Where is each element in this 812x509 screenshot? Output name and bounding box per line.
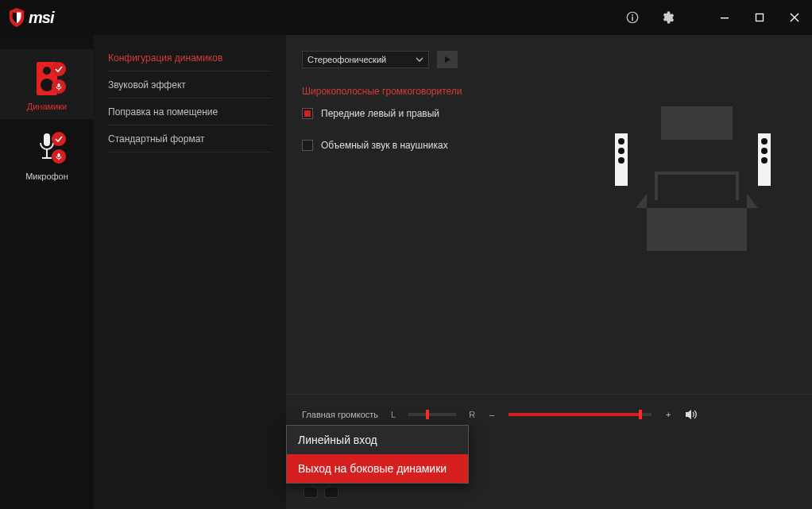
svg-rect-10 <box>44 133 50 146</box>
svg-rect-2 <box>632 17 633 21</box>
check-badge-icon <box>52 62 66 76</box>
svg-rect-12 <box>42 157 52 159</box>
left-speaker-shape <box>615 133 628 186</box>
front-lr-checkbox[interactable] <box>302 108 313 119</box>
front-lr-label: Передние левый и правый <box>321 108 439 119</box>
speaker-volume-icon <box>685 409 698 420</box>
mute-button[interactable] <box>685 409 698 420</box>
shield-icon <box>8 7 25 28</box>
chevron-down-icon <box>416 56 423 64</box>
popup-item-side-speakers[interactable]: Выход на боковые динамики <box>287 454 468 483</box>
balance-left-label: L <box>391 410 396 419</box>
svg-rect-11 <box>46 149 48 157</box>
titlebar: msi <box>0 0 812 35</box>
volume-footer: Главная громкость L R – + <box>286 394 812 509</box>
speaker-mode-value: Стереофонический <box>307 55 386 64</box>
device-sidebar: Динамики Микрофон <box>0 35 94 509</box>
right-speaker-shape <box>758 133 771 186</box>
headphone-surround-label: Объемный звук в наушниках <box>321 140 448 151</box>
mini-device-icon[interactable] <box>304 487 318 498</box>
main-volume-label: Главная громкость <box>302 410 378 419</box>
mic-badge-icon <box>52 149 66 164</box>
settings-button[interactable] <box>650 0 685 35</box>
brand-logo: msi <box>8 7 53 28</box>
close-icon <box>790 13 799 22</box>
svg-rect-13 <box>58 153 60 157</box>
device-mini-icons <box>304 487 338 498</box>
speaker-mode-select[interactable]: Стереофонический <box>302 51 429 68</box>
close-button[interactable] <box>777 3 812 32</box>
desk-shape <box>647 208 747 251</box>
brand-text: msi <box>29 9 53 27</box>
settings-nav: Конфигурация динамиков Звуковой эффект П… <box>94 35 286 509</box>
titlebar-actions <box>615 0 812 35</box>
popup-item-line-in[interactable]: Линейный вход <box>287 426 468 454</box>
volume-plus-label: + <box>664 410 672 419</box>
headphone-surround-checkbox[interactable] <box>302 140 313 151</box>
speaker-layout-diagram <box>605 106 780 281</box>
volume-slider[interactable] <box>508 413 652 416</box>
app-window: msi <box>0 0 812 509</box>
nav-speaker-config[interactable]: Конфигурация динамиков <box>108 44 272 71</box>
svg-rect-8 <box>58 83 60 87</box>
balance-slider[interactable] <box>408 413 456 416</box>
svg-point-1 <box>632 14 633 16</box>
minimize-icon <box>720 13 729 22</box>
test-play-button[interactable] <box>437 51 458 68</box>
mini-device-icon[interactable] <box>324 487 338 498</box>
svg-rect-3 <box>721 17 729 18</box>
volume-minus-label: – <box>488 410 496 419</box>
info-icon <box>625 10 640 25</box>
nav-room-correction[interactable]: Поправка на помещение <box>108 98 272 125</box>
check-badge-icon <box>52 132 66 146</box>
svg-rect-4 <box>756 14 764 21</box>
device-speakers[interactable]: Динамики <box>0 49 94 119</box>
info-button[interactable] <box>615 0 650 35</box>
svg-rect-14 <box>59 159 60 160</box>
svg-point-6 <box>43 67 51 75</box>
nav-default-format[interactable]: Стандартный формат <box>108 125 272 152</box>
output-popup-menu: Линейный вход Выход на боковые динамики <box>286 425 469 484</box>
main-panel: Стереофонический Широкополосные громкого… <box>286 35 812 509</box>
nav-sound-effect[interactable]: Звуковой эффект <box>108 71 272 98</box>
device-microphone[interactable]: Микрофон <box>0 119 94 189</box>
desk-back-shape <box>655 172 739 200</box>
play-icon <box>443 56 451 64</box>
svg-rect-9 <box>59 89 60 91</box>
mic-badge-icon <box>52 79 66 94</box>
monitor-shape <box>661 106 733 140</box>
balance-right-label: R <box>469 410 475 419</box>
gear-icon <box>660 10 675 25</box>
device-microphone-label: Микрофон <box>25 172 68 181</box>
maximize-button[interactable] <box>742 3 777 32</box>
maximize-icon <box>755 13 764 22</box>
fullrange-section-title: Широкополосные громкоговорители <box>302 86 796 97</box>
minimize-button[interactable] <box>707 3 742 32</box>
device-speakers-label: Динамики <box>27 102 67 111</box>
